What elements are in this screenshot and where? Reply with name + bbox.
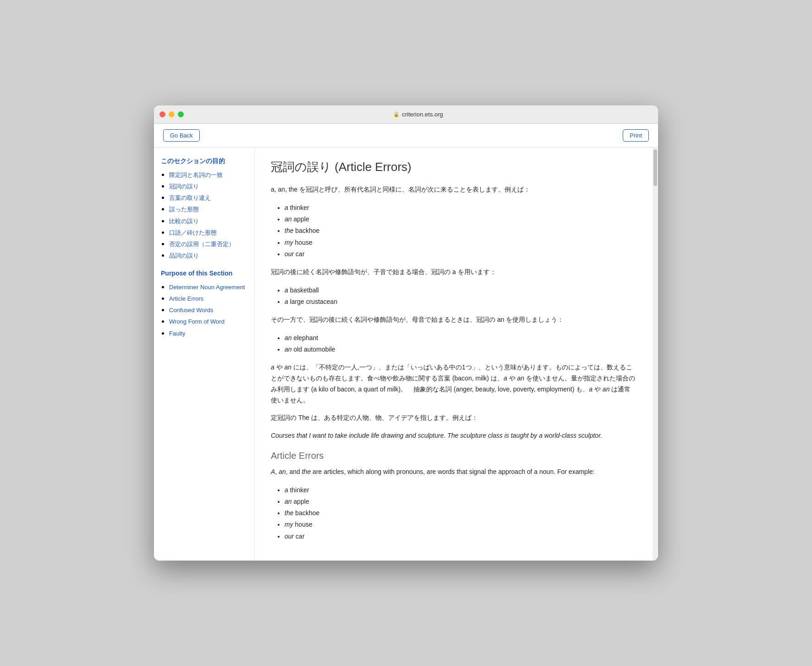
example-italic: a [285,204,288,211]
example-italic: my [285,239,293,246]
url-text: criterion.ets.org [402,111,443,118]
consonant-text: 冠詞の後に続く名詞や修飾語句が、子音で始まる場合、冠詞の a を用います： [271,267,636,278]
sidebar-link-9[interactable]: Determiner Noun Agreement [169,284,245,291]
sidebar: このセクションの目的 限定詞と名詞の一致 冠詞の誤り 言葉の取り違え 誤った形態… [154,148,255,561]
sidebar-link-8[interactable]: 品詞の誤り [169,252,199,259]
examples4-list: a thinker an apple the backhoe my house … [271,484,636,542]
list-item: the backhoe [285,507,636,519]
example-italic: the [285,227,293,234]
toolbar: Go Back Print [154,124,658,148]
list-item: 比較の誤り [169,217,247,226]
list-item: 限定詞と名詞の一致 [169,171,247,179]
examples1-list: a thinker an apple the backhoe my house … [271,202,636,260]
sidebar-link-5[interactable]: 比較の誤り [169,218,199,225]
sidebar-section1-list: 限定詞と名詞の一致 冠詞の誤り 言葉の取り違え 誤った形態 比較の誤り 口語／砕… [161,171,247,260]
minimize-button[interactable] [169,111,175,117]
sidebar-link-12[interactable]: Wrong Form of Word [169,318,225,325]
example-italic: our [285,250,294,258]
example-italic: an [285,498,292,505]
sidebar-link-10[interactable]: Article Errors [169,295,203,302]
sidebar-link-4[interactable]: 誤った形態 [169,206,199,213]
examples3-list: an elephant an old automobile [271,332,636,355]
list-item: an apple [285,214,636,225]
italic-example: Courses that I want to take include life… [271,430,636,441]
titlebar: 🔒 criterion.ets.org [154,105,658,124]
list-item: 冠詞の誤り [169,182,247,191]
sidebar-section2-list: Determiner Noun Agreement Article Errors… [161,283,247,338]
list-item: our car [285,248,636,260]
list-item: Wrong Form of Word [169,317,247,326]
sidebar-link-6[interactable]: 口語／砕けた形態 [169,229,217,236]
sidebar-section1-title: このセクションの目的 [161,157,247,166]
list-item: 口語／砕けた形態 [169,228,247,237]
sidebar-link-7[interactable]: 否定の誤用（二重否定） [169,241,235,248]
scrollbar[interactable] [653,148,658,561]
list-item: a basketball [285,285,636,296]
list-item: Faulty [169,329,247,338]
list-item: a thinker [285,202,636,214]
browser-window: 🔒 criterion.ets.org Go Back Print このセクショ… [154,105,658,561]
example-italic: a [285,286,288,294]
example-italic: a [285,486,288,494]
list-item: a thinker [285,484,636,496]
sidebar-link-13[interactable]: Faulty [169,330,185,337]
list-item: 言葉の取り違え [169,193,247,202]
list-item: Confused Words [169,306,247,314]
list-item: my house [285,519,636,530]
examples2-list: a basketball a large crustacean [271,285,636,308]
example-italic: an [285,215,292,223]
vowel-text: その一方で、冠詞の後に続く名詞や修飾語句が、母音で始まるときは、冠詞の an を… [271,314,636,325]
uncountable-text: a や an には、「不特定の一人,一つ」、または「いっぱいある中の1つ」、とい… [271,362,636,406]
go-back-button[interactable]: Go Back [163,129,200,142]
list-item: my house [285,237,636,248]
print-button[interactable]: Print [623,129,649,142]
sidebar-link-2[interactable]: 冠詞の誤り [169,183,199,190]
sidebar-link-3[interactable]: 言葉の取り違え [169,194,211,201]
maximize-button[interactable] [178,111,184,117]
example-italic: an [285,346,292,353]
definite-text: 定冠詞の The は、ある特定の人物、物、アイデアを指します。例えば： [271,413,636,424]
list-item: an elephant [285,332,636,344]
list-item: an apple [285,496,636,507]
example-italic: my [285,521,293,528]
scrollbar-thumb[interactable] [653,149,657,186]
lock-icon: 🔒 [393,111,400,117]
main-layout: このセクションの目的 限定詞と名詞の一致 冠詞の誤り 言葉の取り違え 誤った形態… [154,148,658,561]
sidebar-link-1[interactable]: 限定詞と名詞の一致 [169,171,223,178]
example-italic: our [285,533,294,540]
list-item: the backhoe [285,225,636,237]
list-item: Article Errors [169,294,247,303]
sidebar-section2-title: Purpose of this Section [161,269,247,278]
list-item: a large crustacean [285,296,636,308]
list-item: Determiner Noun Agreement [169,283,247,292]
list-item: 誤った形態 [169,205,247,214]
list-item: an old automobile [285,344,636,355]
list-item: 品詞の誤り [169,251,247,260]
article-errors-intro: A, an, and the are articles, which along… [271,467,636,478]
main-content: 冠詞の誤り (Article Errors) a, an, the を冠詞と呼び… [255,148,653,561]
sidebar-link-11[interactable]: Confused Words [169,307,214,314]
example-italic: an [285,334,292,341]
url-bar: 🔒 criterion.ets.org [184,111,653,118]
article-errors-subtitle: Article Errors [271,451,636,461]
example-italic: a [285,298,288,305]
intro-text: a, an, the を冠詞と呼び、所有代名詞と同様に、名詞が次に来ることを表し… [271,184,636,195]
traffic-lights [159,111,184,117]
list-item: 否定の誤用（二重否定） [169,240,247,248]
example-italic: the [285,509,293,517]
page-title: 冠詞の誤り (Article Errors) [271,159,636,175]
list-item: our car [285,531,636,542]
close-button[interactable] [159,111,165,117]
